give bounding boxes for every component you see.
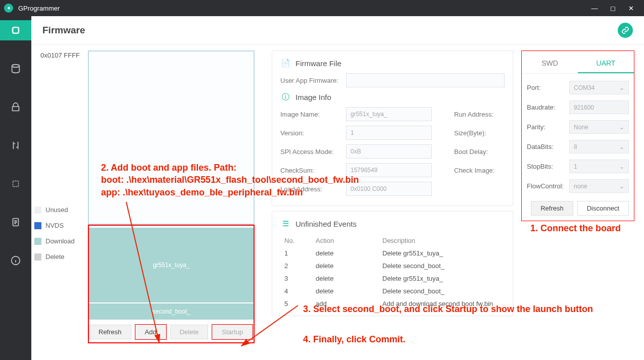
- table-row: 3deleteDelete gr551x_tuya_: [281, 273, 504, 284]
- nav-about[interactable]: [0, 250, 31, 271]
- firmware-file-panel: 📄Firmware File User App Firmware: ⓘImage…: [272, 50, 513, 206]
- page-title: Firmware: [42, 25, 618, 36]
- table-row: 2deleteDelete second_boot_: [281, 260, 504, 272]
- addr-top: 0x0107 FFFF: [37, 50, 88, 225]
- events-table: No.ActionDescription 1deleteDelete gr551…: [280, 234, 505, 311]
- load-addr-input[interactable]: [346, 182, 432, 196]
- chevron-down-icon: ⌄: [619, 143, 624, 150]
- tab-uart[interactable]: UART: [578, 54, 634, 73]
- svg-point-0: [12, 65, 20, 68]
- parity-select[interactable]: None⌄: [569, 120, 629, 134]
- nav-firmware[interactable]: [0, 20, 31, 40]
- block-app[interactable]: gr551x_tuya_: [89, 228, 254, 303]
- svg-rect-1: [13, 181, 19, 187]
- delete-button[interactable]: Delete: [170, 325, 209, 339]
- refresh-button[interactable]: Refresh: [89, 325, 131, 339]
- block-bootloader[interactable]: second_boot_: [89, 303, 254, 321]
- disconnect-button[interactable]: Disconnect: [577, 201, 629, 216]
- nav-log[interactable]: [0, 212, 31, 232]
- port-select[interactable]: COM34⌄: [569, 81, 629, 94]
- version-input[interactable]: [346, 126, 432, 140]
- memory-map-download: gr551x_tuya_ second_boot_ Refresh Add De…: [88, 225, 255, 343]
- table-row: 5addAdd and download second boot fw.bin: [281, 298, 504, 310]
- chevron-down-icon: ⌄: [619, 84, 624, 91]
- chevron-down-icon: ⌄: [619, 163, 624, 170]
- user-app-input[interactable]: [346, 73, 505, 87]
- table-row: 1deleteDelete gr551x_tuya_: [281, 247, 504, 259]
- tab-swd[interactable]: SWD: [522, 54, 578, 73]
- startup-button[interactable]: Startup: [212, 325, 253, 339]
- databits-select[interactable]: 8⌄: [569, 140, 629, 153]
- spi-input[interactable]: [346, 144, 432, 159]
- table-row: 4deleteDelete second_boot_: [281, 285, 504, 297]
- file-icon: 📄: [280, 58, 290, 68]
- close-button[interactable]: ✕: [622, 2, 640, 14]
- minimize-button[interactable]: —: [585, 2, 604, 14]
- side-nav: [0, 16, 31, 360]
- nav-tools[interactable]: [0, 135, 31, 156]
- chevron-down-icon: ⌄: [619, 124, 624, 131]
- nav-encrypt[interactable]: [0, 97, 31, 117]
- image-name-input[interactable]: [346, 107, 432, 121]
- conn-refresh-button[interactable]: Refresh: [531, 201, 573, 216]
- link-icon[interactable]: [618, 23, 633, 38]
- nav-storage[interactable]: [0, 59, 31, 79]
- maximize-button[interactable]: ◻: [604, 2, 622, 14]
- events-panel: ☰Unfinished Events No.ActionDescription …: [272, 211, 513, 316]
- legend: Unused NVDS Download Delete: [34, 206, 75, 269]
- list-icon: ☰: [280, 219, 290, 229]
- app-logo-icon: ✦: [4, 4, 13, 13]
- info-icon: ⓘ: [280, 92, 290, 102]
- flow-select[interactable]: none⌄: [569, 179, 629, 193]
- stopbits-select[interactable]: 1⌄: [569, 160, 629, 173]
- title-bar: ✦ GProgrammer — ◻ ✕: [0, 0, 644, 16]
- checksum-input[interactable]: [346, 163, 432, 177]
- app-title: GProgrammer: [18, 5, 585, 12]
- baud-input[interactable]: 921600: [569, 100, 629, 114]
- add-button[interactable]: Add: [135, 325, 166, 339]
- memory-map-upper: [88, 50, 255, 225]
- chevron-down-icon: ⌄: [619, 183, 624, 190]
- connect-panel: SWD UART Port:COM34⌄ Baudrate:921600 Par…: [521, 50, 634, 221]
- nav-chip[interactable]: [0, 174, 31, 194]
